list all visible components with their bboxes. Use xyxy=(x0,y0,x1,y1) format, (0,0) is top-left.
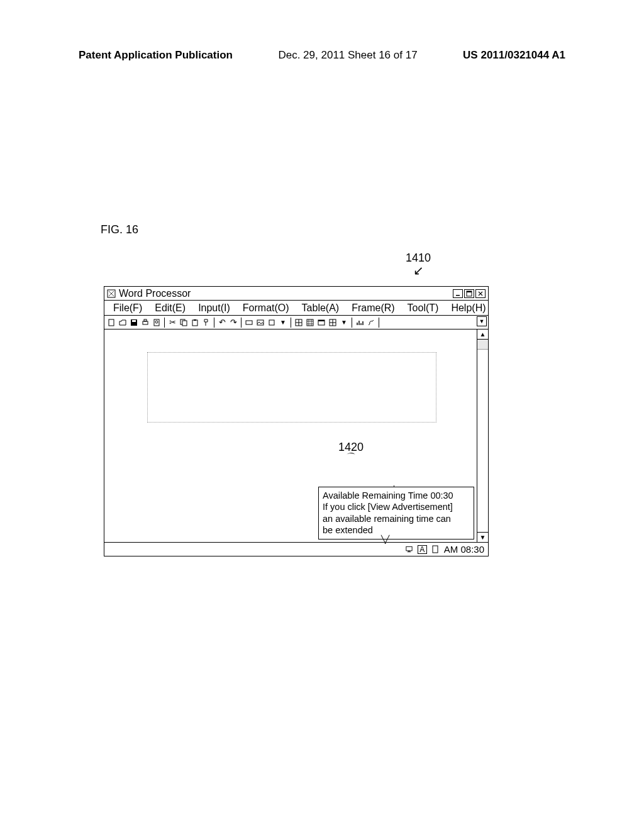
chart-icon[interactable] xyxy=(355,318,365,328)
tooltip-line4: be extended xyxy=(323,524,470,536)
titlebar-left: Word Processor xyxy=(107,288,191,299)
titlebar[interactable]: Word Processor xyxy=(104,287,488,301)
toolbar-separator xyxy=(291,318,291,328)
grid-icon[interactable] xyxy=(328,318,338,328)
header-right: US 2011/0321044 A1 xyxy=(463,49,565,62)
svg-rect-1 xyxy=(456,295,460,296)
toolbar: ✂ ↶ ↷ ▼ ▼ ▼ xyxy=(104,316,488,329)
header-left: Patent Application Publication xyxy=(79,49,233,62)
scroll-track[interactable] xyxy=(477,350,488,532)
svg-rect-7 xyxy=(143,321,148,324)
tooltip-line1: Available Remaining Time 00:30 xyxy=(323,490,470,502)
tooltip-line3: an available remaining time can xyxy=(323,513,470,525)
new-doc-icon[interactable] xyxy=(106,318,116,328)
callout-1410: 1410 ↙ xyxy=(406,252,431,276)
callout-1420-text: 1420 xyxy=(338,441,364,453)
toolbar-separator xyxy=(379,318,379,328)
menubar: File(F) Edit(E) Input(I) Format(O) Table… xyxy=(104,301,488,316)
format-painter-icon[interactable] xyxy=(201,318,211,328)
callout-1410-text: 1410 xyxy=(406,252,431,265)
svg-rect-21 xyxy=(318,320,325,321)
callout-1420-hook-icon: ⌒ xyxy=(338,453,364,463)
figure-label: FIG. 16 xyxy=(101,223,138,236)
cut-icon[interactable]: ✂ xyxy=(167,318,177,328)
svg-rect-17 xyxy=(269,320,274,325)
menu-frame[interactable]: Frame(R) xyxy=(345,302,401,314)
svg-rect-24 xyxy=(433,546,438,553)
dropdown-icon[interactable]: ▼ xyxy=(339,318,349,328)
tray-monitor-icon[interactable] xyxy=(404,545,414,554)
menu-table[interactable]: Table(A) xyxy=(296,302,346,314)
redo-icon[interactable]: ↷ xyxy=(228,318,238,328)
app-title: Word Processor xyxy=(119,288,191,299)
app-icon xyxy=(107,289,116,298)
table-props-icon[interactable] xyxy=(305,318,315,328)
leader-line-bottom-icon: ╲╱ xyxy=(381,535,389,544)
remaining-time-tooltip[interactable]: Available Remaining Time 00:30 If you cl… xyxy=(318,487,474,540)
preview-icon[interactable] xyxy=(152,318,162,328)
textbox-icon[interactable] xyxy=(244,318,254,328)
svg-rect-14 xyxy=(194,319,196,321)
taskbar-time: AM 08:30 xyxy=(444,544,484,555)
menu-format[interactable]: Format(O) xyxy=(236,302,296,314)
tooltip-line2: If you click [View Advertisement] xyxy=(323,501,470,513)
callout-1420: 1420 ⌒ xyxy=(338,441,364,463)
callout-1410-arrow-icon: ↙ xyxy=(406,265,431,276)
menu-file[interactable]: File(F) xyxy=(107,302,148,314)
scroll-up-icon[interactable]: ▲ xyxy=(477,329,488,340)
menu-input[interactable]: Input(I) xyxy=(192,302,236,314)
text-frame[interactable] xyxy=(147,352,436,423)
document-canvas[interactable]: 1420 ⌒ Available Remaining Time 00:30 If… xyxy=(104,329,477,542)
link-icon[interactable] xyxy=(366,318,376,328)
tray-ime-icon[interactable]: A xyxy=(418,545,427,554)
svg-rect-15 xyxy=(246,321,252,324)
table-style-icon[interactable] xyxy=(316,318,326,328)
toolbar-separator xyxy=(352,318,352,328)
menu-edit[interactable]: Edit(E) xyxy=(148,302,192,314)
print-icon[interactable] xyxy=(140,318,150,328)
tray-doc-icon[interactable] xyxy=(431,545,440,554)
svg-rect-13 xyxy=(192,320,197,326)
menu-tool[interactable]: Tool(T) xyxy=(401,302,445,314)
svg-rect-6 xyxy=(132,320,136,322)
svg-point-10 xyxy=(155,321,158,323)
window-controls xyxy=(453,289,486,298)
shape-icon[interactable] xyxy=(267,318,277,328)
toolbar-separator xyxy=(241,318,242,328)
menu-help[interactable]: Help(H) xyxy=(445,302,492,314)
header-center: Dec. 29, 2011 Sheet 16 of 17 xyxy=(278,49,417,62)
scroll-down-icon[interactable]: ▼ xyxy=(477,532,488,542)
paste-icon[interactable] xyxy=(190,318,200,328)
vertical-scrollbar[interactable]: ▲ ▼ xyxy=(477,329,488,542)
svg-rect-4 xyxy=(109,319,114,326)
svg-rect-12 xyxy=(182,321,187,326)
undo-icon[interactable]: ↶ xyxy=(217,318,227,328)
page-header: Patent Application Publication Dec. 29, … xyxy=(79,49,565,62)
table-insert-icon[interactable] xyxy=(294,318,304,328)
open-folder-icon[interactable] xyxy=(118,318,128,328)
toolbar-separator xyxy=(164,318,165,328)
close-button[interactable] xyxy=(475,289,486,298)
svg-rect-3 xyxy=(467,291,472,292)
image-icon[interactable] xyxy=(255,318,265,328)
svg-rect-8 xyxy=(144,319,147,321)
svg-rect-23 xyxy=(406,546,412,551)
toolbar-overflow-button[interactable]: ▼ xyxy=(477,316,487,326)
scroll-thumb[interactable] xyxy=(477,340,488,350)
dropdown-icon[interactable]: ▼ xyxy=(278,318,288,328)
minimize-button[interactable] xyxy=(453,289,463,298)
svg-rect-19 xyxy=(307,319,313,326)
maximize-button[interactable] xyxy=(464,289,474,298)
document-area: 1420 ⌒ Available Remaining Time 00:30 If… xyxy=(104,329,488,542)
save-icon[interactable] xyxy=(129,318,139,328)
window: Word Processor File(F) Edit(E) Input(I) … xyxy=(104,286,489,556)
toolbar-separator xyxy=(214,318,214,328)
taskbar: A AM 08:30 xyxy=(104,542,488,556)
copy-icon[interactable] xyxy=(179,318,189,328)
